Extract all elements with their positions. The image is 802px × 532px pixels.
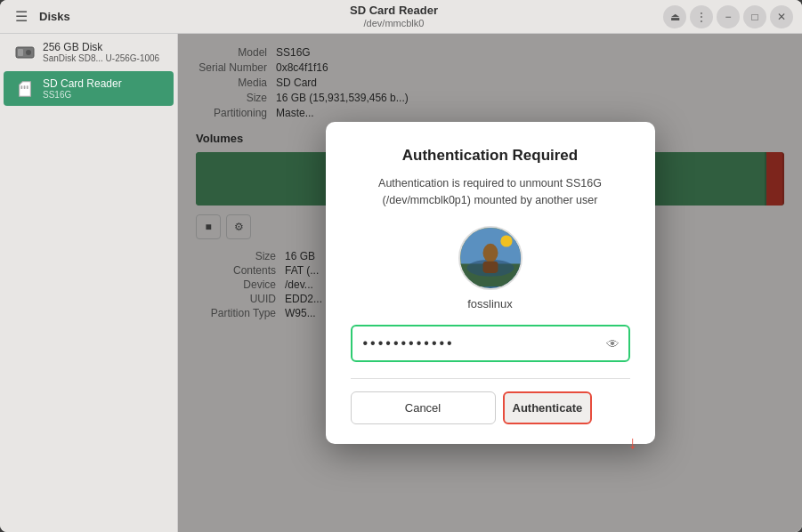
main-panel: Model SS16G Serial Number 0x8c4f1f16 Med… — [178, 34, 802, 532]
titlebar-title: SD Card Reader /dev/mmcblk0 — [125, 4, 663, 29]
sd-card-text: SD Card Reader SS16G — [43, 77, 122, 100]
hard-disk-icon — [14, 44, 36, 61]
disk-256-name: 256 GB Disk — [43, 41, 159, 53]
dialog-message: Authentication is required to unmount SS… — [351, 175, 630, 209]
dialog-title: Authentication Required — [402, 147, 578, 165]
eject-button[interactable]: ⏏ — [663, 5, 686, 28]
svg-rect-3 — [20, 85, 22, 89]
password-input[interactable] — [352, 326, 597, 360]
minimize-button[interactable]: − — [717, 5, 740, 28]
sd-card-icon — [14, 80, 36, 98]
sidebar: 256 GB Disk SanDisk SD8... U-256G-1006 S… — [0, 34, 178, 532]
password-container: 👁 — [351, 325, 630, 362]
sd-card-sub: SS16G — [43, 90, 122, 100]
app-name-label: Disks — [39, 10, 70, 23]
sidebar-item-sd-card[interactable]: SD Card Reader SS16G — [4, 71, 174, 106]
svg-rect-4 — [24, 85, 26, 89]
hamburger-menu-button[interactable]: ☰ — [9, 4, 34, 29]
authenticate-button-wrapper: Authenticate ↓ — [503, 391, 630, 424]
auth-dialog: Authentication Required Authentication i… — [326, 122, 655, 445]
device-path: /dev/mmcblk0 — [364, 18, 425, 29]
titlebar-right: ⏏ ⋮ − □ ✕ — [663, 5, 793, 28]
device-title: SD Card Reader — [350, 4, 438, 18]
sidebar-item-disk-256[interactable]: 256 GB Disk SanDisk SD8... U-256G-1006 — [4, 35, 174, 69]
arrow-annotation: ↓ — [628, 432, 637, 453]
maximize-button[interactable]: □ — [743, 5, 766, 28]
kebab-menu-button[interactable]: ⋮ — [690, 5, 713, 28]
svg-rect-1 — [18, 49, 23, 56]
modal-overlay: Authentication Required Authentication i… — [178, 34, 802, 532]
disk-256-sub: SanDisk SD8... U-256G-1006 — [43, 53, 159, 63]
svg-rect-5 — [27, 85, 28, 89]
content-area: 256 GB Disk SanDisk SD8... U-256G-1006 S… — [0, 34, 802, 532]
user-avatar — [458, 226, 523, 290]
toggle-password-button[interactable]: 👁 — [597, 329, 628, 359]
titlebar-left: ☰ Disks — [9, 4, 125, 29]
svg-rect-10 — [482, 262, 498, 273]
svg-point-11 — [500, 236, 512, 247]
svg-point-2 — [26, 50, 31, 55]
cancel-button[interactable]: Cancel — [351, 391, 496, 424]
eye-icon: 👁 — [606, 336, 620, 351]
authenticate-button[interactable]: Authenticate — [503, 391, 593, 424]
titlebar: ☰ Disks SD Card Reader /dev/mmcblk0 ⏏ ⋮ … — [0, 0, 802, 34]
app-window: ☰ Disks SD Card Reader /dev/mmcblk0 ⏏ ⋮ … — [0, 0, 802, 532]
close-button[interactable]: ✕ — [770, 5, 793, 28]
disk-256-text: 256 GB Disk SanDisk SD8... U-256G-1006 — [43, 41, 159, 63]
username-label: fosslinux — [467, 297, 513, 310]
sd-card-name: SD Card Reader — [43, 77, 122, 90]
dialog-buttons: Cancel Authenticate ↓ — [351, 378, 630, 424]
svg-point-9 — [482, 244, 498, 262]
